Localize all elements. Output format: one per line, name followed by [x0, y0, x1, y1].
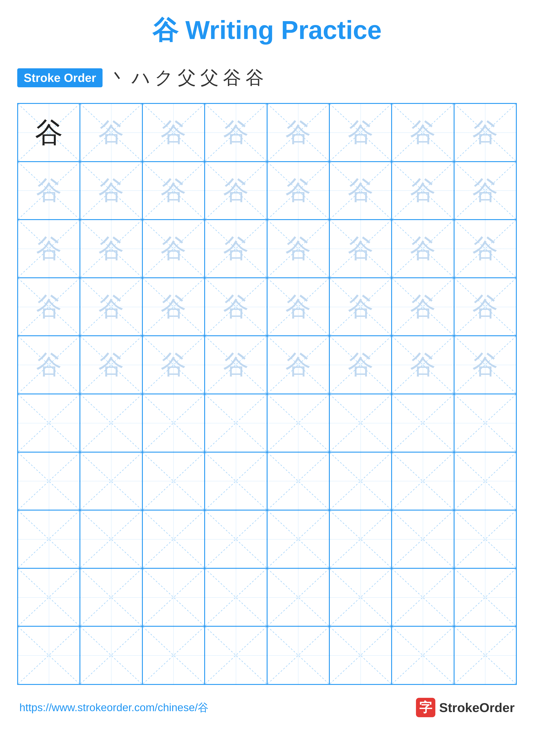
grid-cell: [329, 626, 392, 685]
grid-cell: 谷: [392, 162, 454, 220]
grid-cell: 谷: [454, 336, 516, 394]
char-ghost: 谷: [472, 352, 498, 378]
grid-cell: [329, 568, 392, 627]
grid-cell: 谷: [392, 220, 454, 278]
grid-cell: [267, 568, 329, 627]
grid-cell: 谷: [267, 103, 329, 162]
grid-cell: [142, 626, 205, 685]
char-ghost: 谷: [223, 352, 249, 378]
grid-cell: [205, 568, 267, 627]
grid-cell: [18, 568, 80, 627]
grid-cell: 谷: [392, 336, 454, 394]
footer-brand: 字 StrokeOrder: [416, 698, 515, 717]
char-ghost: 谷: [472, 120, 498, 146]
grid-cell: [80, 510, 142, 568]
grid-cell: 谷: [80, 220, 142, 278]
char-ghost: 谷: [36, 236, 62, 262]
char-ghost: 谷: [223, 177, 249, 203]
grid-cell: 谷: [454, 162, 516, 220]
char-ghost: 谷: [410, 177, 436, 203]
char-ghost: 谷: [348, 120, 373, 146]
char-ghost: 谷: [348, 177, 373, 203]
grid-cell: [142, 568, 205, 627]
char-ghost: 谷: [348, 352, 373, 378]
grid-cell: 谷: [267, 278, 329, 336]
char-ghost: 谷: [161, 294, 186, 320]
grid-cell: 谷: [329, 336, 392, 394]
brand-icon: 字: [416, 698, 435, 717]
stroke-order-badge: Stroke Order: [17, 68, 103, 87]
grid-cell: [80, 452, 142, 510]
grid-cell: 谷: [18, 220, 80, 278]
grid-cell: [392, 452, 454, 510]
grid-cell: 谷: [142, 336, 205, 394]
grid-cell: [205, 394, 267, 452]
grid-cell: 谷: [18, 162, 80, 220]
grid-cell: [18, 626, 80, 685]
char-ghost: 谷: [98, 177, 124, 203]
char-ghost: 谷: [410, 294, 436, 320]
grid-cell: [142, 510, 205, 568]
char-ghost: 谷: [348, 294, 373, 320]
grid-cell: 谷: [267, 162, 329, 220]
grid-cell: 谷: [205, 220, 267, 278]
writing-grid: 谷谷谷谷谷谷谷谷谷谷谷谷谷谷谷谷谷谷谷谷谷谷谷谷谷谷谷谷谷谷谷谷谷谷谷谷谷谷谷谷: [17, 103, 517, 685]
grid-cell: [267, 394, 329, 452]
grid-cell: [454, 452, 516, 510]
char-ghost: 谷: [161, 120, 186, 146]
grid-cell: [392, 510, 454, 568]
char-ghost: 谷: [161, 177, 186, 203]
grid-cell: [392, 568, 454, 627]
grid-cell: 谷: [142, 278, 205, 336]
grid-cell: 谷: [80, 103, 142, 162]
grid-cell: 谷: [80, 278, 142, 336]
char-ghost: 谷: [98, 294, 124, 320]
char-ghost: 谷: [36, 352, 62, 378]
char-ghost: 谷: [223, 294, 249, 320]
grid-cell: 谷: [142, 220, 205, 278]
char-ghost: 谷: [410, 352, 436, 378]
grid-cell: 谷: [329, 103, 392, 162]
char-ghost: 谷: [36, 294, 62, 320]
grid-cell: [329, 510, 392, 568]
grid-cell: 谷: [392, 103, 454, 162]
char-ghost: 谷: [223, 120, 249, 146]
char-ghost: 谷: [98, 352, 124, 378]
grid-cell: [205, 626, 267, 685]
grid-cell: 谷: [329, 220, 392, 278]
grid-cell: [142, 452, 205, 510]
grid-cell: [392, 394, 454, 452]
grid-cell: [454, 568, 516, 627]
grid-cell: [80, 394, 142, 452]
char-ghost: 谷: [472, 294, 498, 320]
char-ghost: 谷: [285, 177, 311, 203]
grid-cell: [18, 394, 80, 452]
grid-cell: [142, 394, 205, 452]
char-ghost: 谷: [285, 236, 311, 262]
grid-cell: 谷: [205, 162, 267, 220]
grid-cell: [80, 568, 142, 627]
grid-cell: [18, 510, 80, 568]
char-ghost: 谷: [161, 236, 186, 262]
grid-cell: 谷: [142, 162, 205, 220]
grid-cell: [267, 626, 329, 685]
grid-cell: 谷: [80, 336, 142, 394]
grid-cell: 谷: [454, 278, 516, 336]
grid-cell: [205, 452, 267, 510]
char-ghost: 谷: [285, 352, 311, 378]
grid-cell: 谷: [392, 278, 454, 336]
char-ghost: 谷: [472, 177, 498, 203]
stroke-order-row: Stroke Order 丶 ハ ク 父 父 谷 谷: [17, 65, 517, 90]
grid-cell: [454, 510, 516, 568]
grid-cell: [329, 394, 392, 452]
char-ghost: 谷: [410, 120, 436, 146]
grid-cell: 谷: [267, 220, 329, 278]
grid-cell: 谷: [18, 278, 80, 336]
char-ghost: 谷: [410, 236, 436, 262]
char-solid: 谷: [35, 119, 63, 147]
page-title: 谷 Writing Practice: [17, 13, 517, 48]
grid-cell: [18, 452, 80, 510]
grid-cell: [454, 394, 516, 452]
footer-url: https://www.strokeorder.com/chinese/谷: [19, 700, 209, 715]
grid-cell: [267, 452, 329, 510]
